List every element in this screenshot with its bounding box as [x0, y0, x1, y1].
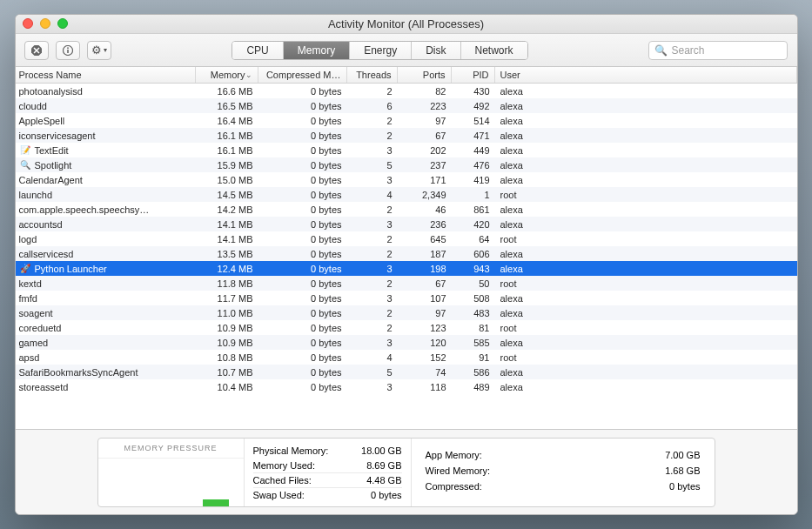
table-row[interactable]: coreduetd10.9 MB0 bytes212381root [16, 320, 797, 335]
cell-ports: 67 [398, 278, 452, 289]
cell-ports: 2,349 [398, 190, 452, 200]
process-name: Python Launcher [35, 264, 107, 274]
col-threads[interactable]: Threads [347, 67, 398, 83]
table-row[interactable]: fmfd11.7 MB0 bytes3107508alexa [16, 291, 797, 305]
cell-compressed: 0 bytes [258, 338, 347, 348]
col-pid[interactable]: PID [452, 67, 495, 83]
cell-ports: 97 [398, 308, 452, 318]
cell-pid: 508 [452, 293, 495, 304]
cell-user: alexa [495, 367, 797, 378]
tab-memory[interactable]: Memory [284, 42, 350, 59]
table-row[interactable]: 🚀Python Launcher12.4 MB0 bytes3198943ale… [16, 261, 797, 276]
memory-pressure-panel: MEMORY PRESSURE [98, 439, 245, 506]
cell-user: alexa [495, 338, 797, 348]
cell-ports: 97 [398, 116, 452, 126]
maximize-button[interactable] [57, 18, 68, 29]
cell-user: alexa [495, 160, 797, 171]
process-name: apsd [19, 352, 40, 363]
cell-ports: 237 [398, 160, 452, 171]
cell-threads: 3 [347, 338, 398, 348]
app-icon: 📝 [19, 144, 31, 157]
cell-ports: 67 [398, 131, 452, 141]
cell-pid: 514 [452, 116, 495, 126]
table-row[interactable]: photoanalysisd16.6 MB0 bytes282430alexa [16, 84, 797, 98]
col-ports[interactable]: Ports [398, 67, 452, 83]
table-row[interactable]: soagent11.0 MB0 bytes297483alexa [16, 305, 797, 320]
col-compressed[interactable]: Compressed M… [258, 67, 347, 83]
cell-ports: 120 [398, 338, 452, 348]
tab-cpu[interactable]: CPU [232, 42, 283, 59]
cell-memory: 11.8 MB [196, 278, 258, 289]
cell-compressed: 0 bytes [258, 249, 347, 259]
table-row[interactable]: apsd10.8 MB0 bytes415291root [16, 350, 797, 365]
close-button[interactable] [23, 18, 33, 29]
tab-energy[interactable]: Energy [350, 42, 412, 59]
table-row[interactable]: SafariBookmarksSyncAgent10.7 MB0 bytes57… [16, 365, 797, 379]
cell-threads: 6 [347, 101, 398, 111]
process-table: Process Name Memory Compressed M… Thread… [16, 67, 797, 429]
cell-compressed: 0 bytes [258, 293, 347, 304]
cell-threads: 2 [347, 204, 398, 215]
table-row[interactable]: launchd14.5 MB0 bytes42,3491root [16, 187, 797, 202]
table-row[interactable]: cloudd16.5 MB0 bytes6223492alexa [16, 98, 797, 113]
process-name: gamed [19, 338, 49, 348]
cell-ports: 123 [398, 323, 452, 333]
info-button[interactable] [56, 41, 80, 60]
tab-network[interactable]: Network [461, 42, 527, 59]
titlebar[interactable]: Activity Monitor (All Processes) [16, 15, 797, 34]
process-name: photoanalysisd [19, 86, 83, 97]
memory-stats-detail: App Memory:7.00 GB Wired Memory:1.68 GB … [412, 439, 715, 506]
cell-threads: 3 [347, 293, 398, 304]
cell-threads: 2 [347, 116, 398, 126]
tab-bar: CPU Memory Energy Disk Network [232, 41, 527, 60]
table-header: Process Name Memory Compressed M… Thread… [16, 67, 797, 84]
cell-ports: 82 [398, 86, 452, 97]
col-memory[interactable]: Memory [196, 67, 258, 83]
table-row[interactable]: AppleSpell16.4 MB0 bytes297514alexa [16, 113, 797, 128]
cell-memory: 10.7 MB [196, 367, 258, 378]
tab-disk[interactable]: Disk [412, 42, 460, 59]
info-icon [63, 45, 73, 56]
col-user[interactable]: User [495, 67, 797, 83]
table-body[interactable]: photoanalysisd16.6 MB0 bytes282430alexac… [16, 84, 797, 429]
cell-ports: 198 [398, 264, 452, 274]
search-input[interactable]: 🔍 Search [648, 41, 788, 60]
cell-threads: 4 [347, 190, 398, 200]
process-name: cloudd [19, 101, 47, 111]
cell-ports: 118 [398, 382, 452, 392]
col-process-name[interactable]: Process Name [16, 67, 196, 83]
table-row[interactable]: CalendarAgent15.0 MB0 bytes3171419alexa [16, 172, 797, 187]
cell-user: alexa [495, 175, 797, 185]
cell-threads: 2 [347, 278, 398, 289]
gear-icon: ⚙ [91, 44, 102, 57]
table-row[interactable]: gamed10.9 MB0 bytes3120585alexa [16, 335, 797, 350]
cell-memory: 14.5 MB [196, 190, 258, 200]
cell-memory: 10.8 MB [196, 352, 258, 363]
table-row[interactable]: 📝TextEdit16.1 MB0 bytes3202449alexa [16, 143, 797, 157]
cell-memory: 10.9 MB [196, 323, 258, 333]
cell-ports: 187 [398, 249, 452, 259]
cell-ports: 152 [398, 352, 452, 363]
minimize-button[interactable] [40, 18, 50, 29]
svg-rect-5 [67, 50, 69, 53]
options-button[interactable]: ⚙ [87, 41, 111, 60]
cell-ports: 236 [398, 219, 452, 230]
cell-pid: 585 [452, 338, 495, 348]
table-row[interactable]: 🔍Spotlight15.9 MB0 bytes5237476alexa [16, 157, 797, 172]
table-row[interactable]: com.apple.speech.speechsy…14.2 MB0 bytes… [16, 202, 797, 217]
cell-user: alexa [495, 249, 797, 259]
cell-user: root [495, 190, 797, 200]
table-row[interactable]: iconservicesagent16.1 MB0 bytes267471ale… [16, 128, 797, 143]
cell-compressed: 0 bytes [258, 352, 347, 363]
stop-process-button[interactable] [24, 41, 49, 60]
cell-pid: 606 [452, 249, 495, 259]
process-name: TextEdit [35, 145, 69, 156]
table-row[interactable]: accountsd14.1 MB0 bytes3236420alexa [16, 217, 797, 231]
table-row[interactable]: storeassetd10.4 MB0 bytes3118489alexa [16, 379, 797, 394]
table-row[interactable]: callservicesd13.5 MB0 bytes2187606alexa [16, 246, 797, 261]
table-row[interactable]: logd14.1 MB0 bytes264564root [16, 231, 797, 246]
cell-user: root [495, 278, 797, 289]
table-row[interactable]: kextd11.8 MB0 bytes26750root [16, 276, 797, 291]
cell-threads: 5 [347, 160, 398, 171]
footer: MEMORY PRESSURE Physical Memory:18.00 GB… [16, 429, 797, 514]
